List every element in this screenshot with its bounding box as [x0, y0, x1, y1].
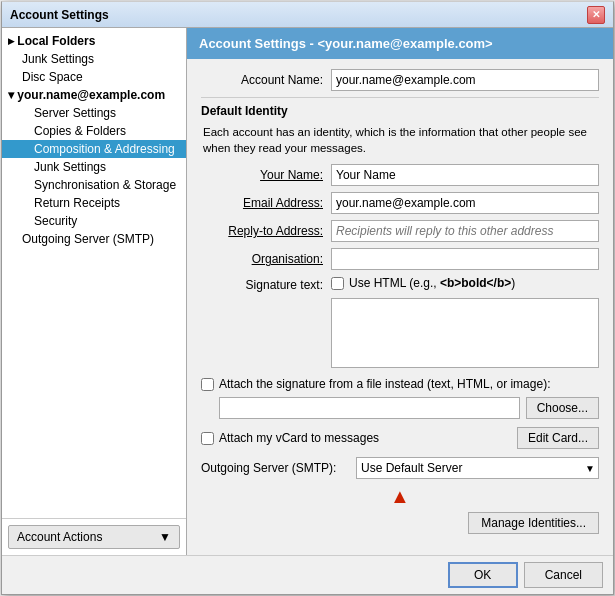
- sidebar-item-your-email[interactable]: ▾ your.name@example.com: [2, 86, 186, 104]
- title-bar: Account Settings ✕: [2, 2, 613, 28]
- sidebar-item-junk-settings-2[interactable]: Junk Settings: [2, 158, 186, 176]
- smtp-row: Outgoing Server (SMTP): Use Default Serv…: [201, 457, 599, 479]
- default-identity-desc: Each account has an identity, which is t…: [201, 124, 599, 156]
- attach-file-input[interactable]: [219, 397, 520, 419]
- smtp-select[interactable]: Use Default Server Other Server...: [356, 457, 599, 479]
- sidebar-item-return-receipts[interactable]: Return Receipts: [2, 194, 186, 212]
- your-name-input[interactable]: [331, 164, 599, 186]
- reply-to-label: Reply-to Address:: [201, 224, 331, 238]
- smtp-arrow-indicator: ▲: [201, 485, 599, 508]
- cancel-button[interactable]: Cancel: [524, 562, 603, 588]
- account-actions-label: Account Actions: [17, 530, 102, 544]
- close-button[interactable]: ✕: [587, 6, 605, 24]
- account-name-row: Account Name:: [201, 69, 599, 91]
- main-header: Account Settings - <your.name@example.co…: [187, 28, 613, 59]
- divider-1: [201, 97, 599, 98]
- your-name-row: Your Name:: [201, 164, 599, 186]
- content-area: ▸ Local Folders Junk Settings Disc Space…: [2, 28, 613, 555]
- smtp-select-wrapper: Use Default Server Other Server... ▼: [356, 457, 599, 479]
- vcard-label: Attach my vCard to messages: [219, 431, 379, 445]
- vcard-checkbox[interactable]: [201, 432, 214, 445]
- vcard-left: Attach my vCard to messages: [201, 431, 379, 445]
- email-input[interactable]: [331, 192, 599, 214]
- reply-to-input[interactable]: [331, 220, 599, 242]
- sidebar-item-synchronisation[interactable]: Synchronisation & Storage: [2, 176, 186, 194]
- account-name-label: Account Name:: [201, 73, 331, 87]
- tree: ▸ Local Folders Junk Settings Disc Space…: [2, 28, 186, 252]
- main-body: Account Name: Default Identity Each acco…: [187, 59, 613, 555]
- attach-signature-checkbox[interactable]: [201, 378, 214, 391]
- reply-to-row: Reply-to Address:: [201, 220, 599, 242]
- email-label: Email Address:: [201, 196, 331, 210]
- organisation-input[interactable]: [331, 248, 599, 270]
- attach-section: Attach the signature from a file instead…: [201, 377, 599, 449]
- arrow-icon-2: ▾: [8, 88, 14, 102]
- sidebar-bottom: Account Actions ▼: [2, 518, 186, 555]
- up-arrow-icon: ▲: [390, 485, 410, 508]
- main-panel: Account Settings - <your.name@example.co…: [187, 28, 613, 555]
- signature-label: Signature text:: [201, 276, 331, 292]
- account-settings-dialog: Account Settings ✕ ▸ Local Folders Junk …: [1, 1, 614, 595]
- arrow-icon: ▸: [8, 34, 14, 48]
- sidebar: ▸ Local Folders Junk Settings Disc Space…: [2, 28, 187, 555]
- vcard-row: Attach my vCard to messages Edit Card...: [201, 427, 599, 449]
- signature-row: Signature text: Use HTML (e.g., <b>bold<…: [201, 276, 599, 371]
- sidebar-item-composition-addressing[interactable]: Composition & Addressing: [2, 140, 186, 158]
- sidebar-item-server-settings[interactable]: Server Settings: [2, 104, 186, 122]
- sidebar-item-copies-folders[interactable]: Copies & Folders: [2, 122, 186, 140]
- email-row: Email Address:: [201, 192, 599, 214]
- account-actions-button[interactable]: Account Actions ▼: [8, 525, 180, 549]
- manage-row: Manage Identities...: [201, 512, 599, 534]
- use-html-checkbox[interactable]: [331, 277, 344, 290]
- dialog-title: Account Settings: [10, 8, 109, 22]
- organisation-label: Organisation:: [201, 252, 331, 266]
- sidebar-item-disc-space[interactable]: Disc Space: [2, 68, 186, 86]
- organisation-row: Organisation:: [201, 248, 599, 270]
- your-name-label: Your Name:: [201, 168, 331, 182]
- smtp-label: Outgoing Server (SMTP):: [201, 461, 356, 475]
- account-name-input[interactable]: [331, 69, 599, 91]
- use-html-row: Use HTML (e.g., <b>bold</b>): [331, 276, 599, 290]
- signature-textarea[interactable]: [331, 298, 599, 368]
- choose-button[interactable]: Choose...: [526, 397, 599, 419]
- dialog-footer: OK Cancel: [2, 555, 613, 594]
- main-header-title: Account Settings - <your.name@example.co…: [199, 36, 493, 51]
- use-html-label: Use HTML (e.g., <b>bold</b>): [349, 276, 515, 290]
- default-identity-title: Default Identity: [201, 104, 599, 118]
- sidebar-item-local-folders[interactable]: ▸ Local Folders: [2, 32, 186, 50]
- sidebar-item-outgoing-server[interactable]: Outgoing Server (SMTP): [2, 230, 186, 248]
- attach-input-row: Choose...: [201, 397, 599, 419]
- account-actions-arrow-icon: ▼: [159, 530, 171, 544]
- manage-identities-button[interactable]: Manage Identities...: [468, 512, 599, 534]
- sidebar-item-security[interactable]: Security: [2, 212, 186, 230]
- attach-file-row: Attach the signature from a file instead…: [201, 377, 599, 391]
- edit-card-button[interactable]: Edit Card...: [517, 427, 599, 449]
- sidebar-item-junk-settings-1[interactable]: Junk Settings: [2, 50, 186, 68]
- ok-button[interactable]: OK: [448, 562, 518, 588]
- signature-options: Use HTML (e.g., <b>bold</b>): [331, 276, 599, 371]
- attach-signature-label: Attach the signature from a file instead…: [219, 377, 550, 391]
